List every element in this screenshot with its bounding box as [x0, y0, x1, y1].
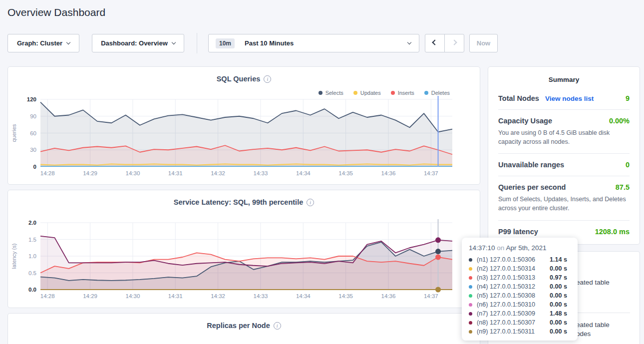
node-color-dot [469, 303, 472, 307]
now-button[interactable]: Now [469, 34, 498, 52]
dashboard-dropdown[interactable]: Dashboard: Overview [92, 34, 184, 52]
svg-text:14:32: 14:32 [211, 170, 225, 176]
event-item-fragment[interactable]: odes [576, 330, 591, 338]
svg-text:30: 30 [30, 147, 36, 153]
legend-dot [424, 91, 428, 95]
tooltip-on-word: on [497, 244, 504, 252]
total-nodes-label: Total Nodes [498, 94, 539, 102]
sql-queries-chart[interactable]: 120906030014:2814:2914:3014:3114:3214:33… [8, 95, 480, 184]
event-item-fragment[interactable]: eated table [576, 279, 610, 286]
tooltip-node-row: (n1) 127.0.0.1:503061.14 s [469, 255, 571, 264]
node-latency-value: 0.97 s [550, 274, 567, 281]
chevron-down-icon [66, 40, 70, 44]
tooltip-node-row: (n5) 127.0.0.1:503080.00 s [469, 291, 571, 300]
summary-row-total-nodes: Total Nodes View nodes list 9 [498, 87, 630, 109]
dashboard-dropdown-label: Dashboard: Overview [101, 39, 168, 47]
svg-text:14:31: 14:31 [168, 170, 183, 176]
capacity-usage-label: Capacity Usage [498, 117, 552, 125]
capacity-usage-value: 0.00% [609, 117, 630, 125]
svg-text:120: 120 [27, 96, 36, 102]
node-color-dot [469, 312, 472, 316]
tooltip-time: 14:37:10 [469, 244, 495, 252]
node-latency-value: 0.00 s [550, 319, 567, 326]
queries-per-second-description: Sum of Selects, Updates, Inserts, and De… [498, 195, 630, 213]
graph-dropdown[interactable]: Graph: Cluster [7, 34, 79, 52]
summary-row-queries-per-second: Queries per second 87.5 Sum of Selects, … [498, 176, 630, 220]
node-color-dot [469, 258, 472, 262]
node-latency-value: 0.00 s [550, 265, 567, 272]
info-icon[interactable]: i [274, 322, 281, 330]
svg-text:queries: queries [11, 124, 17, 142]
service-latency-chart[interactable]: 2.01.51.00.50.014:2814:2914:3014:3114:32… [8, 219, 480, 308]
toolbar-divider [197, 33, 197, 53]
node-address: (n8) 127.0.0.1:50307 [477, 319, 550, 326]
total-nodes-value: 9 [626, 94, 630, 102]
view-nodes-list-link[interactable]: View nodes list [545, 95, 594, 102]
node-address: (n4) 127.0.0.1:50312 [477, 283, 550, 290]
info-icon[interactable]: i [307, 199, 314, 206]
svg-text:14:32: 14:32 [211, 293, 225, 299]
node-address: (n9) 127.0.0.1:50311 [477, 328, 550, 335]
svg-text:14:30: 14:30 [126, 170, 140, 176]
service-latency-title: Service Latency: SQL, 99th percentilei [8, 198, 480, 206]
chevron-down-icon [172, 40, 176, 44]
event-item-fragment[interactable]: eated table [576, 321, 610, 329]
graph-dropdown-label: Graph: Cluster [17, 39, 62, 47]
tooltip-node-row: (n2) 127.0.0.1:503140.00 s [469, 264, 571, 273]
service-latency-panel: Service Latency: SQL, 99th percentilei 2… [7, 190, 480, 308]
tooltip-date: Apr 5th, 2021 [506, 244, 546, 252]
page-title: Overview Dashboard [7, 6, 105, 18]
unavailable-ranges-value: 0 [626, 161, 630, 169]
svg-text:14:28: 14:28 [40, 170, 55, 176]
p99-latency-label: P99 latency [498, 228, 538, 236]
svg-text:14:33: 14:33 [254, 293, 268, 299]
tooltip-timestamp: 14:37:10 on Apr 5th, 2021 [469, 244, 571, 252]
svg-text:1.0: 1.0 [28, 253, 36, 259]
summary-panel: Summary Total Nodes View nodes list 9 Ca… [488, 66, 640, 245]
time-window-label: Past 10 Minutes [245, 39, 294, 47]
time-window-dropdown[interactable]: 10m Past 10 Minutes [208, 34, 419, 52]
node-color-dot [469, 330, 472, 334]
node-color-dot [469, 321, 472, 325]
svg-text:0.5: 0.5 [28, 270, 36, 276]
node-address: (n3) 127.0.0.1:50313 [477, 274, 550, 281]
svg-text:14:35: 14:35 [338, 293, 353, 299]
svg-text:14:34: 14:34 [296, 293, 311, 299]
capacity-usage-description: You are using 0 B of 4.5 GiB usable disk… [498, 128, 630, 146]
node-address: (n6) 127.0.0.1:50310 [477, 301, 550, 308]
queries-per-second-value: 87.5 [616, 183, 630, 191]
chevron-left-icon [432, 39, 437, 45]
svg-text:90: 90 [30, 113, 36, 119]
svg-text:14:37: 14:37 [424, 170, 438, 176]
svg-text:14:34: 14:34 [296, 170, 311, 176]
node-color-dot [469, 276, 472, 280]
svg-text:0: 0 [33, 164, 36, 170]
node-address: (n7) 127.0.0.1:50309 [477, 310, 550, 317]
node-latency-value: 0.00 s [550, 283, 567, 290]
time-prev-button[interactable] [425, 34, 445, 52]
svg-text:1.5: 1.5 [28, 237, 36, 243]
tooltip-node-row: (n3) 127.0.0.1:503130.97 s [469, 273, 571, 282]
summary-row-capacity-usage: Capacity Usage 0.00% You are using 0 B o… [498, 109, 630, 153]
svg-text:14:28: 14:28 [40, 293, 55, 299]
svg-text:latency (s): latency (s) [11, 244, 17, 269]
info-icon[interactable]: i [264, 75, 271, 83]
unavailable-ranges-label: Unavailable ranges [498, 161, 564, 169]
tooltip-node-row: (n9) 127.0.0.1:503110.00 s [469, 327, 571, 336]
svg-text:0.0: 0.0 [28, 287, 36, 293]
svg-text:2.0: 2.0 [28, 220, 36, 226]
node-address: (n1) 127.0.0.1:50306 [477, 256, 550, 263]
p99-latency-value: 1208.0 ms [595, 228, 630, 236]
tooltip-node-row: (n6) 127.0.0.1:503100.00 s [469, 300, 571, 309]
node-address: (n2) 127.0.0.1:50314 [477, 265, 550, 272]
svg-text:14:36: 14:36 [381, 293, 396, 299]
tooltip-node-row: (n4) 127.0.0.1:503120.00 s [469, 282, 571, 291]
sql-queries-panel: SQL Queriesi SelectsUpdatesInsertsDelete… [7, 66, 480, 185]
svg-text:14:37: 14:37 [424, 293, 438, 299]
time-window-badge: 10m [216, 38, 235, 48]
tooltip-node-row: (n7) 127.0.0.1:503091.48 s [469, 309, 571, 318]
time-next-button[interactable] [444, 34, 464, 52]
svg-text:14:35: 14:35 [338, 170, 353, 176]
svg-text:14:29: 14:29 [83, 170, 97, 176]
node-latency-value: 0.00 s [550, 328, 567, 335]
